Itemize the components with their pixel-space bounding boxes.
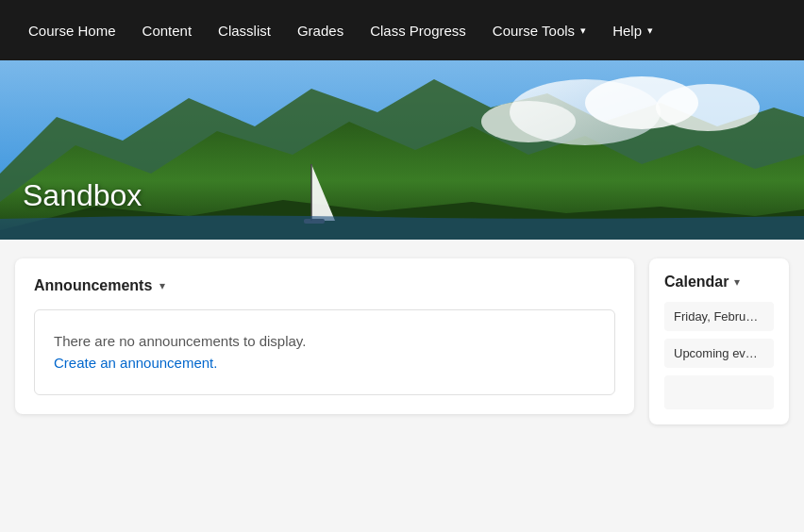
nav-course-home[interactable]: Course Home [15,0,129,60]
calendar-date: Friday, Februa… [664,302,774,331]
announcements-card: Announcements ▾ There are no announcemen… [15,258,634,414]
nav-grades[interactable]: Grades [284,0,357,60]
announcements-box: There are no announcements to display. C… [34,309,615,395]
svg-point-4 [656,84,760,131]
hero-title: Sandbox [23,178,142,213]
calendar-upcoming-box [664,375,774,409]
calendar-title: Calendar [664,274,729,291]
main-content: Announcements ▾ There are no announcemen… [0,240,804,443]
main-navigation: Course Home Content Classlist Grades Cla… [0,0,804,60]
course-tools-chevron-icon: ▾ [580,25,586,37]
svg-point-3 [481,101,576,142]
nav-class-progress[interactable]: Class Progress [357,0,479,60]
announcements-chevron-icon[interactable]: ▾ [159,279,165,292]
no-announcements-text: There are no announcements to display. [54,333,595,349]
announcements-title: Announcements [34,277,152,294]
nav-help[interactable]: Help ▾ [599,0,666,60]
calendar-header: Calendar ▾ [664,274,774,291]
calendar-upcoming: Upcoming ev… [664,339,774,368]
nav-classlist[interactable]: Classlist [205,0,284,60]
calendar-card: Calendar ▾ Friday, Februa… Upcoming ev… [649,258,789,424]
create-announcement-link[interactable]: Create an announcement. [54,355,217,371]
nav-course-tools[interactable]: Course Tools ▾ [479,0,599,60]
help-chevron-icon: ▾ [647,25,653,37]
left-panel: Announcements ▾ There are no announcemen… [15,258,634,424]
right-panel: Calendar ▾ Friday, Februa… Upcoming ev… [649,258,789,424]
hero-banner: Sandbox [0,60,804,240]
announcements-header: Announcements ▾ [34,277,615,294]
calendar-chevron-icon[interactable]: ▾ [734,275,740,289]
nav-content[interactable]: Content [129,0,206,60]
